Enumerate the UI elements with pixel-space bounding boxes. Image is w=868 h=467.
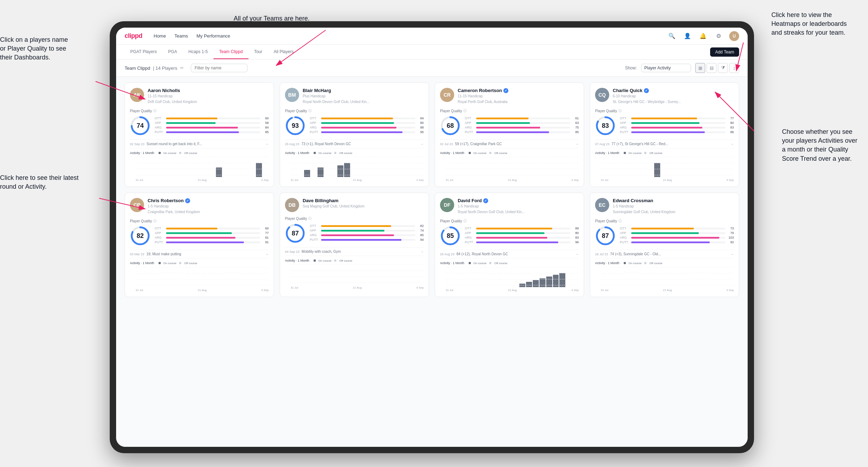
tab-hcaps[interactable]: Hcaps 1-5 (183, 45, 213, 59)
player-card[interactable]: DF David Ford ✓ 1-5 Handicap Royal North… (435, 193, 584, 297)
player-avatar[interactable]: DF (440, 198, 454, 212)
add-team-button[interactable]: Add Team (710, 47, 739, 57)
round-info[interactable]: 26 Aug 23 73 (+1), Royal North Devon GC … (285, 139, 424, 148)
quality-circle[interactable]: 68 (440, 115, 461, 136)
quality-circle[interactable]: 83 (595, 115, 616, 136)
chart-labels: 31 Jul 21 Aug 4 Sep (595, 289, 734, 292)
tab-team-clippd[interactable]: Team Clippd (213, 45, 249, 59)
quality-section: 93 OTT 84 APP 85 ARG 88 (285, 115, 424, 136)
person-icon[interactable]: 👤 (683, 31, 692, 41)
player-name[interactable]: Blair McHarg (303, 88, 370, 93)
player-card[interactable]: CR Cameron Robertson ✓ 11-15 Handicap Ro… (435, 82, 584, 187)
quality-info-icon[interactable]: ⓘ (308, 109, 312, 113)
player-name[interactable]: Charlie Quick ✓ (613, 88, 681, 93)
round-arrow-icon[interactable]: → (575, 142, 579, 146)
user-avatar[interactable]: U (729, 31, 739, 41)
round-arrow-icon[interactable]: → (265, 252, 269, 256)
round-date: 26 Aug 23 (285, 142, 299, 146)
nav-my-performance[interactable]: My Performance (196, 32, 230, 40)
search-icon[interactable]: 🔍 (667, 31, 677, 41)
quality-info-icon[interactable]: ⓘ (463, 109, 467, 113)
logo[interactable]: clippd (125, 32, 142, 40)
round-info[interactable]: 26 Aug 23 84 (+12), Royal North Devon GC… (440, 250, 579, 258)
player-handicap: 6-10 Handicap (613, 94, 681, 99)
round-info[interactable]: 02 Jul 23 59 (+17), Craigmillar Park GC … (440, 139, 579, 148)
stat-row: ARG 81 (155, 236, 269, 239)
player-card[interactable]: CR Chris Robertson ✓ 1-5 Handicap Craigm… (125, 193, 274, 297)
on-course-legend (314, 152, 316, 154)
round-arrow-icon[interactable]: → (265, 142, 269, 146)
player-info: Blair McHarg Plus Handicap Royal North D… (303, 88, 370, 104)
player-card[interactable]: BM Blair McHarg Plus Handicap Royal Nort… (280, 82, 429, 187)
player-name[interactable]: David Ford ✓ (458, 198, 525, 203)
round-arrow-icon[interactable]: → (420, 250, 424, 254)
off-course-label: Off course (494, 152, 507, 155)
filter-input[interactable] (191, 64, 247, 72)
activity-section: Activity · 1 Month On course Off course (440, 151, 579, 182)
verified-badge: ✓ (483, 198, 488, 203)
player-avatar[interactable]: DB (285, 198, 299, 212)
player-avatar[interactable]: BM (285, 88, 299, 102)
grid-view-button[interactable]: ⊞ (695, 63, 705, 73)
player-name[interactable]: Cameron Robertson ✓ (458, 88, 508, 93)
activity-legend: On course Off course (314, 152, 353, 155)
quality-circle[interactable]: 87 (595, 226, 616, 246)
stat-row: OTT 84 (310, 116, 424, 120)
tab-pga[interactable]: PGA (162, 45, 183, 59)
chart-label-2: 21 Aug (508, 289, 517, 292)
round-arrow-icon[interactable]: → (730, 252, 734, 256)
quality-info-icon[interactable]: ⓘ (618, 109, 622, 113)
round-info[interactable]: 18 Jul 23 74 (+3), Sunningdale GC - Old.… (595, 250, 734, 258)
quality-info-icon[interactable]: ⓘ (618, 219, 622, 223)
player-name[interactable]: Dave Billingham (303, 198, 365, 203)
round-arrow-icon[interactable]: → (575, 252, 579, 256)
filter-button[interactable]: ⧩ (718, 63, 728, 73)
player-card[interactable]: CQ Charlie Quick ✓ 6-10 Handicap St. Geo… (590, 82, 739, 187)
player-card[interactable]: AN Aaron Nicholls 11-15 Handicap Drift G… (125, 82, 274, 187)
round-arrow-icon[interactable]: → (730, 142, 734, 146)
round-info[interactable]: 03 Mar 23 19; Must make putting → (130, 250, 269, 258)
quality-circle[interactable]: 85 (440, 226, 461, 246)
off-course-legend (489, 152, 491, 154)
quality-info-icon[interactable]: ⓘ (153, 109, 156, 113)
chart-label-2: 21 Aug (198, 289, 207, 292)
nav-home[interactable]: Home (154, 32, 166, 40)
edit-icon[interactable]: ✏ (180, 66, 184, 70)
round-info[interactable]: 02 Sep 23 Sunset round to get back into … (130, 139, 269, 148)
round-info[interactable]: 07 Aug 23 77 (+7), St George's Hill GC -… (595, 139, 734, 148)
bell-icon[interactable]: 🔔 (698, 31, 708, 41)
quality-circle[interactable]: 93 (285, 115, 305, 136)
quality-circle[interactable]: 87 (285, 223, 305, 244)
player-avatar[interactable]: EC (595, 198, 609, 212)
quality-info-icon[interactable]: ⓘ (153, 219, 156, 223)
round-info[interactable]: 04 Sep 23 Mobility with coach, Gym → (285, 247, 424, 256)
show-select[interactable]: Player Activity Quality Score Trend (641, 64, 691, 72)
list-view-button[interactable]: ⊟ (707, 63, 716, 73)
player-name[interactable]: Aaron Nicholls (148, 88, 197, 93)
sort-button[interactable]: ↕ (729, 63, 739, 73)
tab-pgat-players[interactable]: PGAT Players (125, 45, 162, 59)
nav-teams[interactable]: Teams (175, 32, 188, 40)
chart-label-2: 21 Aug (353, 178, 362, 182)
quality-circle[interactable]: 74 (130, 115, 150, 136)
round-arrow-icon[interactable]: → (420, 142, 424, 146)
player-card[interactable]: EC Edward Crossman 1-5 Handicap Sunningd… (590, 193, 739, 297)
quality-circle[interactable]: 82 (130, 226, 150, 246)
activity-title: Activity · 1 Month (440, 261, 464, 265)
card-header: CR Chris Robertson ✓ 1-5 Handicap Craigm… (130, 198, 269, 215)
player-avatar[interactable]: CR (130, 198, 144, 212)
player-avatar[interactable]: CQ (595, 88, 609, 102)
round-text: 73 (+1), Royal North Devon GC (302, 142, 418, 146)
stat-row: ARG 83 (465, 236, 579, 239)
tab-tour[interactable]: Tour (249, 45, 268, 59)
player-avatar[interactable]: CR (440, 88, 454, 102)
player-card[interactable]: DB Dave Billingham Soq Maging Golf Club,… (280, 193, 429, 297)
player-name[interactable]: Edward Crossman (613, 198, 675, 203)
player-avatar[interactable]: AN (130, 88, 144, 102)
settings-icon[interactable]: ⚙ (714, 31, 724, 41)
player-name[interactable]: Chris Robertson ✓ (148, 198, 200, 203)
activity-section: Activity · 1 Month On course Off course (130, 261, 269, 292)
quality-info-icon[interactable]: ⓘ (308, 216, 312, 221)
quality-info-icon[interactable]: ⓘ (463, 219, 467, 223)
tab-all-players[interactable]: All Players (268, 45, 299, 59)
